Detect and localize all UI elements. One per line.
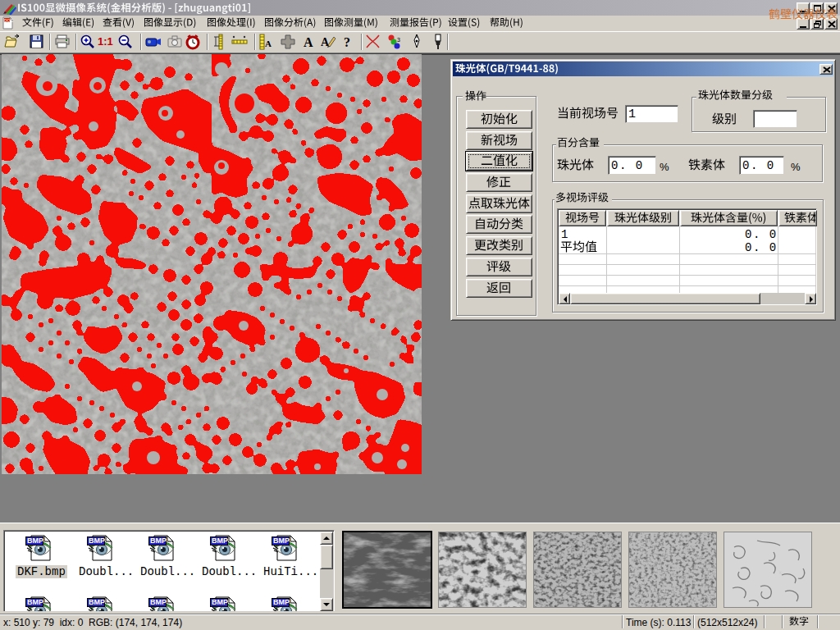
- svg-text:A: A: [265, 39, 272, 48]
- svg-text:A: A: [304, 35, 313, 49]
- svg-text:?: ?: [344, 35, 350, 49]
- svg-text:3: 3: [397, 37, 400, 43]
- svg-text:DOC: DOC: [4, 18, 14, 23]
- svg-text:1:1: 1:1: [98, 35, 113, 48]
